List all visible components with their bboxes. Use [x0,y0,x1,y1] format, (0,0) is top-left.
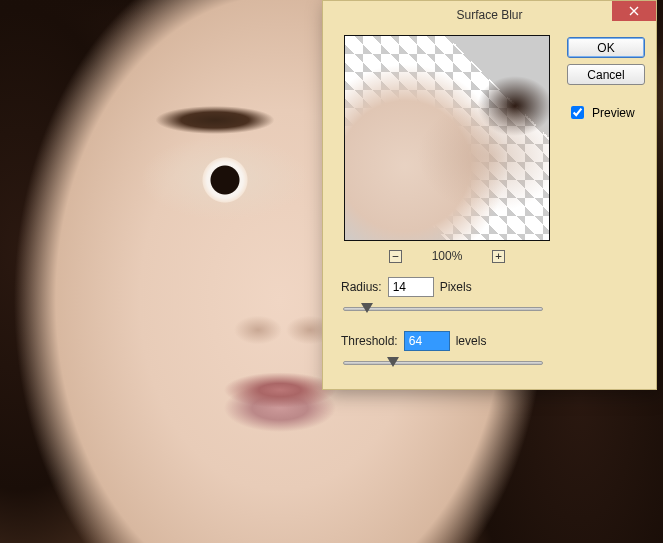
radius-unit: Pixels [440,280,472,294]
slider-track [343,307,543,311]
preview-toggle[interactable]: Preview [567,103,645,122]
radius-slider[interactable] [343,301,543,317]
preview-thumbnail[interactable] [344,35,550,241]
radius-label: Radius: [341,280,382,294]
close-button[interactable] [612,1,656,21]
threshold-label: Threshold: [341,334,398,348]
dialog-title: Surface Blur [323,8,656,22]
preview-label: Preview [592,106,635,120]
slider-thumb[interactable] [387,357,399,367]
preview-checkbox[interactable] [571,106,584,119]
minus-icon: − [392,251,399,262]
zoom-value: 100% [430,249,464,263]
radius-param: Radius: Pixels [341,277,553,317]
plus-icon: + [495,251,502,262]
ok-label: OK [597,41,614,55]
cancel-label: Cancel [587,68,624,82]
radius-input[interactable] [388,277,434,297]
threshold-unit: levels [456,334,487,348]
close-icon [629,6,639,16]
cancel-button[interactable]: Cancel [567,64,645,85]
slider-thumb[interactable] [361,303,373,313]
ok-button[interactable]: OK [567,37,645,58]
zoom-in-button[interactable]: + [492,250,505,263]
threshold-input[interactable] [404,331,450,351]
zoom-out-button[interactable]: − [389,250,402,263]
titlebar[interactable]: Surface Blur [323,1,656,29]
slider-track [343,361,543,365]
threshold-slider[interactable] [343,355,543,371]
threshold-param: Threshold: levels [341,331,553,371]
surface-blur-dialog: Surface Blur − 100% + Radius: [322,0,657,390]
